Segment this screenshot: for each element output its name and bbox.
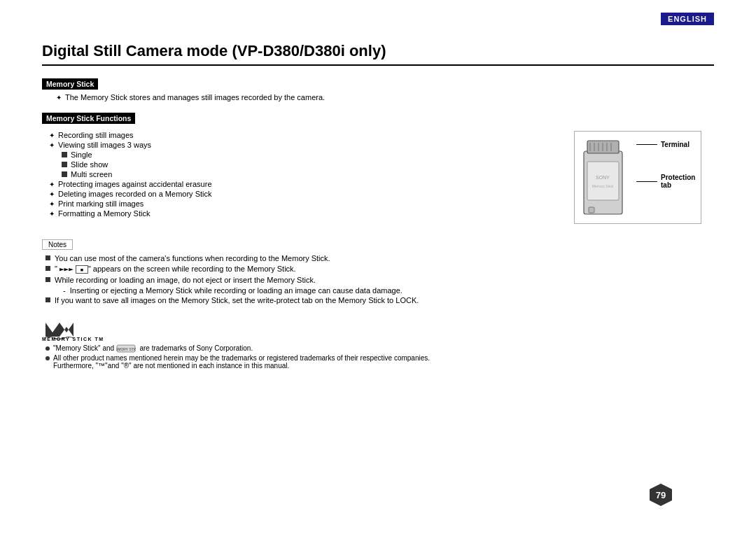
notes-section: Notes You can use most of the camera's f… — [42, 232, 714, 304]
square-icon — [46, 266, 50, 271]
function-item-2: ✦ Viewing still images 3 ways — [49, 141, 560, 149]
terminal-label: Terminal — [636, 141, 695, 148]
memory-stick-functions-section: Memory Stick Functions ✦ Recording still… — [42, 107, 714, 224]
memory-stick-svg: SONY Memory Stick — [580, 137, 629, 218]
notes-list: You can use most of the camera's functio… — [42, 254, 714, 304]
function-item-1: ✦ Recording still images — [49, 131, 560, 139]
sub-item-multiscreen: Multi screen — [62, 170, 560, 178]
english-badge: ENGLISH — [661, 13, 714, 25]
memory-stick-diagram: SONY Memory Stick Terminal — [574, 131, 701, 224]
svg-text:SONY: SONY — [596, 175, 610, 180]
diagram-labels: Terminal Protection tab — [636, 141, 695, 189]
memory-stick-section: Memory Stick ✦ The Memory Stick stores a… — [42, 73, 714, 101]
diamond-icon: ✦ — [49, 190, 55, 198]
label-line — [636, 181, 657, 182]
trademark-list: "Memory Stick" and MEMORY STICK are trad… — [46, 344, 714, 370]
square-icon — [62, 152, 67, 157]
circle-icon — [46, 346, 50, 351]
svg-text:Memory Stick: Memory Stick — [592, 184, 614, 188]
function-item-6: ✦ Formatting a Memory Stick — [49, 209, 560, 218]
square-icon — [46, 255, 50, 260]
diamond-icon: ✦ — [49, 181, 55, 188]
svg-text:MEMORY STICK: MEMORY STICK — [116, 347, 136, 351]
svg-marker-13 — [59, 323, 74, 337]
diamond-icon: ✦ — [49, 132, 55, 139]
page: ENGLISH Digital Still Camera mode (VP-D3… — [0, 0, 756, 534]
function-item-3: ✦ Protecting images against accidental e… — [49, 180, 560, 188]
section2-header: Memory Stick Functions — [42, 113, 135, 124]
section1-description: ✦ The Memory Stick stores and manages st… — [56, 93, 714, 101]
square-icon — [46, 297, 50, 302]
circle-icon — [46, 356, 50, 360]
note-item-4: If you want to save all images on the Me… — [46, 296, 714, 304]
notes-header: Notes — [42, 239, 73, 250]
diamond-icon: ✦ — [56, 94, 62, 101]
diamond-icon: ✦ — [49, 141, 55, 149]
note-item-2: " ►►► ■" appears on the screen while rec… — [46, 265, 714, 274]
square-icon — [46, 277, 50, 282]
label-line — [636, 144, 657, 145]
trademark-item-1: "Memory Stick" and MEMORY STICK are trad… — [46, 344, 714, 353]
trademark-item-2: All other product names mentioned herein… — [46, 354, 714, 370]
diamond-icon: ✦ — [49, 210, 55, 218]
note-item-1: You can use most of the camera's functio… — [46, 254, 714, 262]
ms-logo-text: MEMORY STICK TM — [42, 337, 104, 342]
page-title: Digital Still Camera mode (VP-D380/D380i… — [42, 42, 714, 66]
diagram-section: SONY Memory Stick Terminal — [574, 131, 714, 224]
section1-header: Memory Stick — [42, 78, 98, 90]
sub-item-slideshow: Slide show — [62, 160, 560, 169]
function-item-5: ✦ Print marking still images — [49, 199, 560, 208]
trademark-section: MEMORY STICK TM "Memory Stick" and MEMOR… — [42, 317, 714, 370]
svg-rect-11 — [589, 207, 594, 213]
square-icon — [62, 162, 67, 167]
note-item-3: While recording or loading an image, do … — [46, 276, 714, 284]
sub-item-single: Single — [62, 150, 560, 159]
protection-label: Protection tab — [636, 174, 695, 189]
memory-stick-logo: MEMORY STICK TM — [42, 317, 714, 342]
diamond-icon: ✦ — [49, 200, 55, 208]
note-sub-item: - Inserting or ejecting a Memory Stick w… — [63, 286, 714, 295]
function-item-4: ✦ Deleting images recorded on a Memory S… — [49, 190, 560, 198]
functions-list: ✦ Recording still images ✦ Viewing still… — [42, 131, 560, 224]
svg-rect-8 — [587, 162, 619, 200]
square-icon — [62, 171, 67, 177]
page-number: 79 — [650, 484, 672, 506]
svg-marker-12 — [46, 323, 59, 337]
